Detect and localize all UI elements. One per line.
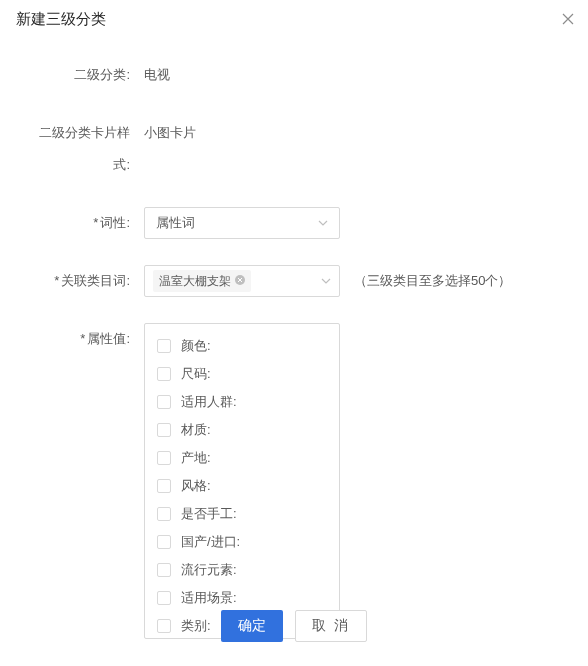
list-item[interactable]: 适用人群: [145,388,339,416]
ok-button[interactable]: 确定 [221,610,283,642]
pos-select-value: 属性词 [156,207,318,239]
related-tag[interactable]: 温室大棚支架 [153,270,251,292]
level2-label: 二级分类: [24,59,144,91]
checkbox[interactable] [157,367,171,381]
related-tag-label: 温室大棚支架 [159,265,231,297]
list-item[interactable]: 产地: [145,444,339,472]
level2-value: 电视 [144,59,170,91]
modal-title: 新建三级分类 [0,0,588,39]
pos-label: *词性: [24,207,144,239]
cancel-button[interactable]: 取 消 [295,610,367,642]
pos-select[interactable]: 属性词 [144,207,340,239]
attrvalue-label: *属性值: [24,323,144,355]
chevron-down-icon [321,278,331,284]
checkbox[interactable] [157,563,171,577]
list-item[interactable]: 材质: [145,416,339,444]
checkbox[interactable] [157,507,171,521]
list-item[interactable]: 国产/进口: [145,528,339,556]
related-label: *关联类目词: [24,265,144,297]
attr-list[interactable]: 颜色:尺码:适用人群:材质:产地:风格:是否手工:国产/进口:流行元素:适用场景… [144,323,340,639]
checkbox[interactable] [157,479,171,493]
list-item[interactable]: 颜色: [145,332,339,360]
cardstyle-label: 二级分类卡片样式: [24,117,144,181]
checkbox[interactable] [157,395,171,409]
close-button[interactable] [562,12,574,28]
related-select[interactable]: 温室大棚支架 [144,265,340,297]
list-item[interactable]: 尺码: [145,360,339,388]
list-item[interactable]: 流行元素: [145,556,339,584]
related-hint: （三级类目至多选择50个） [354,265,511,297]
tag-close-icon[interactable] [235,265,245,297]
cardstyle-value: 小图卡片 [144,117,196,149]
checkbox[interactable] [157,423,171,437]
list-item[interactable]: 是否手工: [145,500,339,528]
close-icon [562,13,574,25]
checkbox[interactable] [157,339,171,353]
list-item[interactable]: 风格: [145,472,339,500]
checkbox[interactable] [157,535,171,549]
chevron-down-icon [318,220,328,226]
checkbox[interactable] [157,451,171,465]
